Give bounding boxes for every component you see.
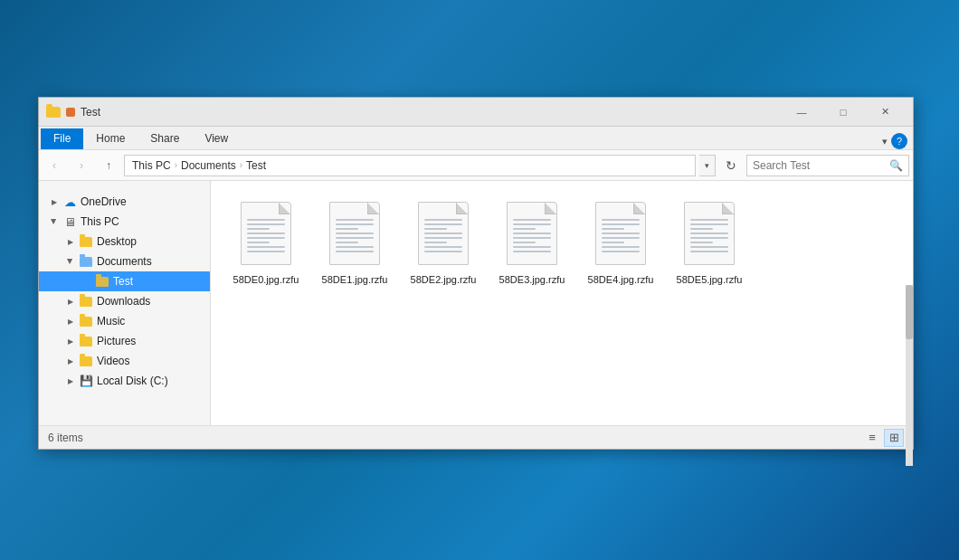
- ribbon-tabs: File Home Share View ▾ ?: [39, 127, 913, 150]
- file-item[interactable]: 58DE0.jpg.rzfu: [225, 192, 307, 291]
- file-icon: [500, 197, 564, 270]
- path-sep2: ›: [240, 160, 242, 170]
- window-folder-icon: [46, 107, 61, 118]
- sidebar-item-onedrive[interactable]: ▶ ☁ OneDrive: [39, 192, 210, 212]
- sidebar-label-pictures: Pictures: [97, 335, 136, 347]
- music-icon: [79, 314, 93, 328]
- onedrive-icon: ☁: [62, 195, 77, 209]
- title-bar: Test — □ ✕: [39, 98, 913, 127]
- file-icon: [323, 197, 386, 270]
- sidebar-label-localdisk: Local Disk (C:): [97, 375, 168, 387]
- tab-share[interactable]: Share: [138, 128, 192, 149]
- sidebar-label-thispc: This PC: [81, 215, 119, 228]
- file-icon: [234, 197, 298, 270]
- sidebar-item-localdisk[interactable]: ▶ 💾 Local Disk (C:): [39, 371, 210, 391]
- tab-view[interactable]: View: [192, 128, 241, 149]
- address-path[interactable]: This PC › Documents › Test: [124, 155, 696, 176]
- search-box[interactable]: 🔍: [746, 155, 909, 176]
- large-icons-view-button[interactable]: ⊞: [884, 429, 904, 447]
- test-icon: [95, 274, 109, 289]
- doc-shape: [418, 202, 469, 265]
- doc-lines: [513, 219, 551, 252]
- minimize-button[interactable]: —: [781, 98, 822, 127]
- forward-button[interactable]: ›: [70, 154, 93, 177]
- up-button[interactable]: ↑: [97, 154, 120, 177]
- title-bar-icon: [46, 105, 61, 119]
- address-dropdown[interactable]: ▾: [699, 155, 716, 176]
- details-view-button[interactable]: ≡: [862, 429, 882, 447]
- file-name: 58DE4.jpg.rzfu: [588, 273, 654, 286]
- file-icon: [589, 197, 652, 270]
- sidebar-item-test[interactable]: ▶ Test: [39, 271, 210, 291]
- file-name: 58DE0.jpg.rzfu: [233, 273, 299, 286]
- file-item[interactable]: 58DE4.jpg.rzfu: [580, 192, 661, 291]
- title-controls: — □ ✕: [781, 98, 906, 127]
- sidebar-item-documents[interactable]: ▶ Documents: [39, 252, 210, 271]
- sidebar-item-desktop[interactable]: ▶ Desktop: [39, 232, 210, 252]
- sidebar-item-downloads[interactable]: ▶ Downloads: [39, 291, 210, 311]
- file-item[interactable]: 58DE3.jpg.rzfu: [491, 192, 573, 291]
- tab-home[interactable]: Home: [83, 128, 138, 149]
- path-documents: Documents: [181, 159, 236, 172]
- doc-shape: [595, 202, 646, 265]
- doc-lines: [247, 219, 285, 252]
- search-icon[interactable]: 🔍: [889, 159, 903, 172]
- doc-lines: [336, 219, 374, 252]
- sidebar-item-thispc[interactable]: ▶ 🖥 This PC: [39, 212, 210, 232]
- sidebar-item-pictures[interactable]: ▶ Pictures: [39, 331, 210, 351]
- sidebar-label-music: Music: [97, 315, 125, 327]
- ribbon-help[interactable]: ?: [891, 133, 907, 149]
- file-icon: [678, 197, 741, 270]
- doc-shape: [241, 202, 291, 265]
- localdisk-icon: 💾: [79, 374, 93, 388]
- desktop-icon: [79, 234, 93, 249]
- downloads-icon: [79, 294, 93, 308]
- file-name: 58DE5.jpg.rzfu: [677, 273, 743, 286]
- pictures-arrow: ▶: [64, 335, 77, 347]
- file-icon: [412, 197, 475, 270]
- status-bar: 6 items ≡ ⊞: [39, 425, 913, 449]
- pin-icon: [66, 108, 75, 117]
- path-thispc: This PC: [132, 159, 171, 172]
- refresh-button[interactable]: ↻: [719, 154, 743, 177]
- item-count: 6 items: [48, 432, 83, 444]
- doc-shape: [507, 202, 557, 265]
- maximize-button[interactable]: □: [822, 98, 864, 127]
- file-name: 58DE3.jpg.rzfu: [499, 273, 565, 286]
- thispc-icon: 🖥: [62, 214, 77, 229]
- file-item[interactable]: 58DE5.jpg.rzfu: [669, 192, 750, 291]
- sidebar-item-music[interactable]: ▶ Music: [39, 311, 210, 331]
- downloads-arrow: ▶: [64, 295, 77, 308]
- sidebar-label-videos: Videos: [97, 355, 129, 367]
- sidebar-item-videos[interactable]: ▶ Videos: [39, 351, 210, 371]
- thispc-arrow: ▶: [48, 215, 61, 228]
- sidebar-label-test: Test: [113, 275, 133, 288]
- doc-lines: [602, 219, 640, 252]
- back-button[interactable]: ‹: [43, 154, 66, 177]
- close-button[interactable]: ✕: [864, 98, 906, 127]
- path-sep1: ›: [175, 160, 177, 170]
- file-name: 58DE2.jpg.rzfu: [411, 273, 477, 286]
- address-bar: ‹ › ↑ This PC › Documents › Test ▾ ↻ 🔍: [39, 150, 913, 181]
- search-input[interactable]: [753, 159, 889, 172]
- documents-icon: [79, 254, 93, 269]
- videos-arrow: ▶: [64, 355, 77, 367]
- file-item[interactable]: 58DE2.jpg.rzfu: [403, 192, 484, 291]
- onedrive-arrow: ▶: [48, 195, 61, 208]
- music-arrow: ▶: [64, 315, 77, 327]
- ribbon-chevron: ▾: [882, 136, 888, 147]
- main-content: ▶ ☁ OneDrive ▶ 🖥 This PC ▶ Des: [39, 181, 913, 425]
- file-item[interactable]: 58DE1.jpg.rzfu: [314, 192, 395, 291]
- sidebar-label-documents: Documents: [97, 255, 152, 268]
- doc-shape: [684, 202, 735, 265]
- tab-file[interactable]: File: [41, 128, 83, 149]
- sidebar-label-downloads: Downloads: [97, 295, 150, 308]
- doc-lines: [424, 219, 462, 252]
- doc-shape: [329, 202, 380, 265]
- ribbon-end: ▾ ?: [882, 133, 911, 149]
- sidebar-label-desktop: Desktop: [97, 235, 137, 248]
- doc-lines: [690, 219, 728, 252]
- sidebar-label-onedrive: OneDrive: [81, 195, 127, 208]
- documents-arrow: ▶: [64, 255, 77, 268]
- file-area: 58DE0.jpg.rzfu 58DE1.jpg.rzfu 58DE2.jpg.…: [211, 181, 913, 425]
